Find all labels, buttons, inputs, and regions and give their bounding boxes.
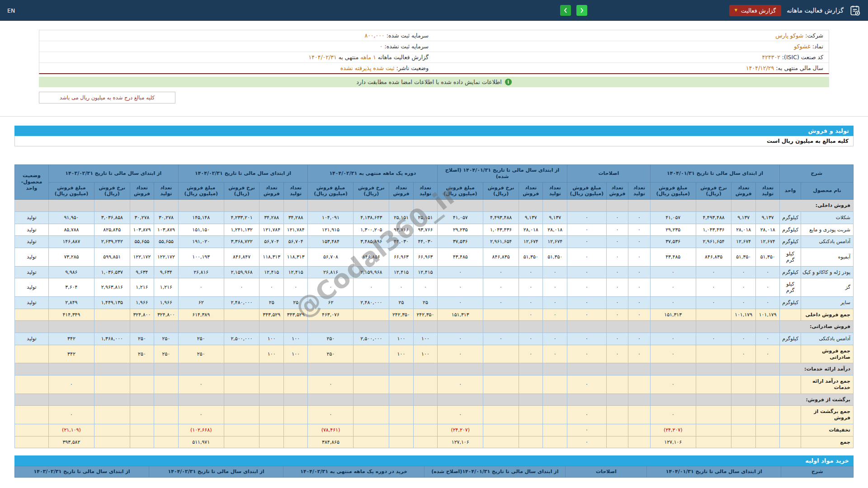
- value-cell: کیلوگرم: [780, 266, 801, 278]
- value-cell: ۱۰۰,۱۹۳: [178, 248, 224, 267]
- value-cell: ۰: [606, 236, 628, 248]
- empty-cell: [154, 394, 179, 406]
- value-cell: ۰: [628, 309, 650, 321]
- empty-cell: [438, 200, 483, 212]
- value-cell: ۱,۰۴۳,۴۳۶: [483, 224, 519, 236]
- value-cell: [696, 345, 731, 363]
- empty-cell: [94, 321, 130, 333]
- company-info-cell: نماد: غشوکو: [434, 41, 829, 52]
- empty-cell: [567, 363, 606, 375]
- value-cell: ۰: [413, 278, 438, 297]
- column-header: مبلغ فروش (میلیون ریال): [650, 182, 696, 200]
- value-cell: ۱,۹۶۶: [130, 296, 154, 309]
- value-cell: ۳۰,۲۷۸: [154, 211, 179, 224]
- column-header: تعداد فروش: [519, 182, 543, 200]
- value-cell: ۳۷,۵۳۶: [438, 236, 483, 248]
- value-cell: ۱۲۲,۱۷۲: [130, 248, 154, 267]
- empty-cell: [519, 321, 543, 333]
- value-cell: [94, 375, 130, 394]
- signature-banner-text: اطلاعات نمایش داده شده با اطلاعات امضا ش…: [356, 79, 501, 85]
- value-cell: ۰: [519, 296, 543, 309]
- empty-cell: [389, 394, 414, 406]
- value-cell: [543, 424, 567, 436]
- row-label-cell: پودر ژله و کاکائو و کیک: [801, 266, 853, 278]
- empty-cell: [15, 363, 49, 375]
- report-type-dropdown[interactable]: گزارش فعالیت ▼: [729, 5, 781, 16]
- empty-cell: [650, 363, 696, 375]
- value-cell: [628, 424, 650, 436]
- row-label-cell: شکلات: [801, 211, 853, 224]
- section-row: فروش داخلی:: [15, 200, 854, 212]
- value-cell: [283, 375, 308, 394]
- section-label-cell: درآمد ارائه خدمات:: [780, 363, 854, 375]
- empty-cell: [543, 321, 567, 333]
- value-cell: [15, 436, 49, 448]
- value-cell: ۰: [567, 211, 606, 224]
- value-cell: ۴۴,۰۳۰: [413, 236, 438, 248]
- value-cell: ۱,۳۰۰,۲۰۵: [354, 224, 389, 236]
- value-cell: ۱۰۰: [389, 345, 414, 363]
- value-cell: ۹,۶۳۴: [130, 266, 154, 278]
- value-cell: ۱۲۱,۷۸۴: [283, 224, 308, 236]
- column-group-header: از ابتدای سال مالی تا تاریخ ۱۴۰۴/۰۱/۳۱ (…: [438, 165, 567, 183]
- nav-next-button[interactable]: [576, 5, 587, 16]
- value-cell: ۲,۴۸۰,۰۰۰: [354, 296, 389, 309]
- section-label-cell: فروش صادراتی:: [780, 321, 854, 333]
- value-cell: ۵۹۹,۸۵۱: [94, 248, 130, 267]
- value-cell: ۴,۴۹۳,۴۸۸: [696, 211, 731, 224]
- empty-cell: [696, 321, 731, 333]
- value-cell: ۰: [567, 278, 606, 297]
- value-cell: ۱,۰۴۳,۴۳۶: [696, 224, 731, 236]
- total-row: جمع برگشت از فروش۰۰۰۰۰۰: [15, 406, 854, 424]
- value-cell: ۱۲,۴۱۵: [259, 266, 284, 278]
- value-cell: ۱۰۳,۸۷۹: [154, 224, 179, 236]
- value-cell: ۰: [755, 266, 780, 278]
- value-cell: ۰: [483, 278, 519, 297]
- value-cell: ۲۸,۰۱۸: [731, 224, 756, 236]
- value-cell: [780, 309, 801, 321]
- empty-cell: [650, 394, 696, 406]
- value-cell: ۰: [650, 296, 696, 309]
- empty-cell: [696, 363, 731, 375]
- column-header: نرخ فروش (ریال): [224, 182, 259, 200]
- value-cell: ۰: [628, 224, 650, 236]
- value-cell: کیلوگرم: [780, 224, 801, 236]
- value-cell: [519, 436, 543, 448]
- value-cell: ۲,۴۸۰,۰۰۰: [224, 296, 259, 309]
- value-cell: ۰: [438, 266, 483, 278]
- column-group-header: از ابتدای سال مالی تا تاریخ ۱۴۰۴/۰۲/۳۱: [178, 165, 308, 183]
- column-group-header: دوره یک ماهه منتهی به ۱۴۰۴/۰۲/۳۱: [308, 165, 438, 183]
- empty-cell: [48, 200, 94, 212]
- nav-prev-button[interactable]: [560, 5, 571, 16]
- data-row: آدامس بادکنکیکیلوگرم۱۲,۶۷۴۱۲,۶۷۴۲,۹۶۱,۶۵…: [15, 236, 854, 248]
- value-cell: ۲۴۲,۳۵۰: [389, 309, 414, 321]
- company-info-table: شرکت: شوکو پارسسرمایه ثبت شده: ۸۰۰,۰۰۰نم…: [39, 30, 829, 74]
- column-header: مبلغ فروش (میلیون ریال): [308, 182, 354, 200]
- value-cell: ۰: [650, 375, 696, 394]
- row-label-cell: تخفیفات: [801, 424, 853, 436]
- value-cell: ۰: [628, 236, 650, 248]
- value-cell: ۰: [483, 296, 519, 309]
- column-header: مبلغ فروش (میلیون ریال): [178, 182, 224, 200]
- value-cell: [389, 424, 414, 436]
- production-sales-table: شرحاز ابتدای سال مالی تا تاریخ ۱۴۰۴/۰۱/۳…: [14, 164, 854, 448]
- value-cell: ۱۵۱,۳۱۳: [438, 309, 483, 321]
- column-header: تعداد فروش: [731, 182, 756, 200]
- empty-cell: [519, 394, 543, 406]
- row-label-cell: سایر: [801, 296, 853, 309]
- value-cell: ۰: [628, 296, 650, 309]
- value-cell: ۰: [606, 345, 628, 363]
- value-cell: [696, 436, 731, 448]
- empty-cell: [130, 321, 154, 333]
- value-cell: ۳۴۳,۵۲۹: [283, 309, 308, 321]
- language-toggle[interactable]: EN: [7, 7, 15, 14]
- empty-cell: [543, 394, 567, 406]
- value-cell: ۰: [567, 224, 606, 236]
- value-cell: ۱۵۱,۱۵۰: [178, 224, 224, 236]
- column-header: تعداد تولید: [543, 182, 567, 200]
- value-cell: [696, 424, 731, 436]
- value-cell: ۰: [696, 333, 731, 345]
- value-cell: ۱۲۱,۹۱۵: [308, 224, 354, 236]
- empty-cell: [389, 321, 414, 333]
- column-header: تعداد فروش: [130, 182, 154, 200]
